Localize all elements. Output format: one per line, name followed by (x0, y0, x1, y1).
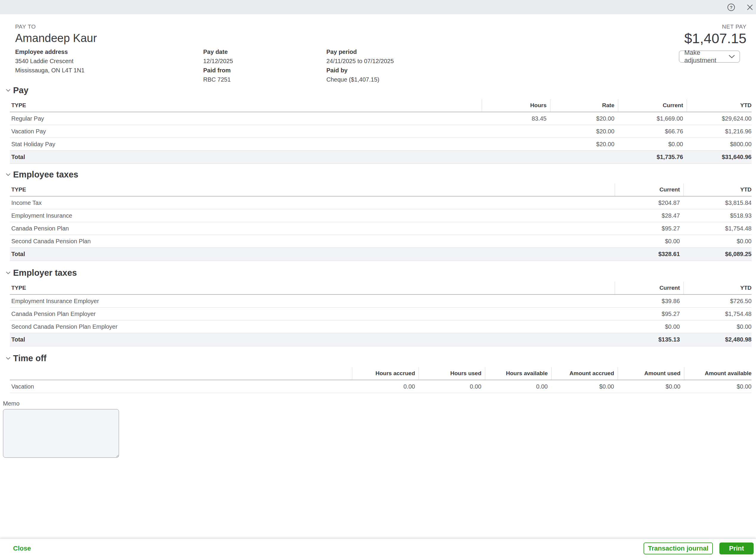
column-header: TYPE (10, 99, 482, 112)
cell: $3,815.84 (683, 200, 752, 206)
cell: $204.87 (615, 200, 683, 206)
cell: $66.76 (618, 128, 687, 135)
column-header: YTD (683, 282, 752, 294)
time-off-section-toggle[interactable]: Time off (6, 353, 756, 363)
help-glyph: ? (730, 5, 732, 10)
cell: Second Canada Pension Plan Employer (10, 323, 615, 330)
pay-date-value: 12/12/2025 (203, 56, 326, 66)
employee-address-line2: Mississauga, ON L4T 1N1 (15, 66, 203, 75)
paid-by-label: Paid by (326, 66, 745, 75)
table-row: Canada Pension Plan$95.27$1,754.48 (10, 222, 752, 235)
section-title: Employer taxes (13, 268, 77, 278)
section-title: Employee taxes (13, 169, 78, 180)
transaction-journal-button[interactable]: Transaction journal (644, 542, 713, 554)
paycheque-detail-page: ? PAY TO Amandeep Kaur NET PAY $1,407.15… (0, 0, 756, 558)
cell: $328.61 (615, 251, 683, 258)
net-pay-label: NET PAY (684, 23, 747, 31)
pay-section-toggle[interactable]: Pay (6, 85, 756, 96)
cell: $0.00 (615, 323, 683, 330)
net-pay-value: $1,407.15 (684, 31, 747, 46)
close-icon[interactable] (747, 4, 753, 10)
cell: $20.00 (550, 141, 618, 148)
cell: $800.00 (687, 141, 752, 148)
paid-from-value: RBC 7251 (203, 75, 326, 84)
memo-textarea[interactable] (3, 409, 119, 458)
employee-address-block: Employee address 3540 Laddie Crescent Mi… (15, 47, 203, 84)
table-total-row: Total$135.13$2,480.98 (10, 333, 752, 346)
table-row: Income Tax$204.87$3,815.84 (10, 197, 752, 209)
cell: 83.45 (482, 115, 550, 122)
cell: 0.00 (485, 383, 551, 390)
column-header: Hours available (485, 367, 551, 380)
cell: $20.00 (550, 128, 618, 135)
paid-from-label: Paid from (203, 66, 326, 75)
cell: $0.00 (618, 383, 684, 390)
chevron-down-icon (729, 55, 735, 58)
cell: $726.50 (683, 298, 752, 305)
chevron-down-icon (6, 89, 10, 92)
table-header-row: TYPECurrentYTD (10, 183, 752, 197)
header-row: PAY TO Amandeep Kaur NET PAY $1,407.15 (15, 23, 747, 46)
pay-table: TYPEHoursRateCurrentYTDRegular Pay83.45$… (10, 99, 752, 164)
cell: 0.00 (352, 383, 418, 390)
employer-taxes-table: TYPECurrentYTDEmployment Insurance Emplo… (10, 282, 752, 346)
memo-label: Memo (3, 400, 756, 407)
time-off-table: Hours accruedHours usedHours availableAm… (10, 367, 752, 393)
column-header: TYPE (10, 282, 615, 294)
cell: Vacation Pay (10, 128, 482, 135)
cell: $0.00 (551, 383, 618, 390)
cell: $0.00 (683, 323, 752, 330)
table-row: Second Canada Pension Plan$0.00$0.00 (10, 235, 752, 248)
employer-taxes-section-toggle[interactable]: Employer taxes (6, 268, 756, 278)
table-row: Vacation0.000.000.00$0.00$0.00$0.00 (10, 380, 752, 393)
time-off-section: Time off Hours accruedHours usedHours av… (0, 353, 756, 393)
cell: Stat Holiday Pay (10, 141, 482, 148)
cell: Total (10, 251, 615, 258)
column-header: YTD (687, 99, 752, 112)
cell: $1,669.00 (618, 115, 687, 122)
table-row: Canada Pension Plan Employer$95.27$1,754… (10, 308, 752, 321)
cell: Second Canada Pension Plan (10, 238, 615, 245)
footer-actions: Transaction journal Print (644, 542, 756, 554)
employee-taxes-section: Employee taxes TYPECurrentYTDIncome Tax$… (0, 169, 756, 261)
cell: $0.00 (618, 141, 687, 148)
chevron-down-icon (6, 272, 10, 274)
cell: Regular Pay (10, 115, 482, 122)
table-row: Employment Insurance$28.47$518.93 (10, 209, 752, 222)
cell: $1,735.76 (618, 154, 687, 160)
chevron-down-icon (6, 357, 10, 360)
cell: $29,624.00 (687, 115, 752, 122)
cell: Employment Insurance Employer (10, 298, 615, 305)
cell: 0.00 (418, 383, 485, 390)
pay-to-label: PAY TO (15, 23, 97, 31)
payment-info-row: Employee address 3540 Laddie Crescent Mi… (15, 47, 745, 84)
print-button[interactable]: Print (720, 542, 754, 554)
table-header-row: TYPECurrentYTD (10, 282, 752, 295)
memo-block: Memo (3, 400, 756, 459)
close-button[interactable]: Close (13, 544, 31, 552)
employee-taxes-section-toggle[interactable]: Employee taxes (6, 169, 756, 180)
table-header-row: Hours accruedHours usedHours availableAm… (10, 367, 752, 380)
cell: $31,640.96 (687, 154, 752, 160)
cell: $1,754.48 (683, 225, 752, 232)
table-row: Employment Insurance Employer$39.86$726.… (10, 295, 752, 308)
pay-date-block: Pay date 12/12/2025 Paid from RBC 7251 (203, 47, 326, 84)
help-icon[interactable]: ? (727, 4, 735, 11)
employee-address-line1: 3540 Laddie Crescent (15, 56, 203, 66)
cell: $28.47 (615, 212, 683, 219)
column-header: Current (615, 282, 683, 294)
column-header: YTD (683, 183, 752, 196)
cell: Total (10, 336, 615, 343)
column-header: Rate (550, 99, 618, 112)
chevron-down-icon (6, 173, 10, 176)
column-header: Current (615, 183, 683, 196)
table-row: Regular Pay83.45$20.00$1,669.00$29,624.0… (10, 112, 752, 125)
make-adjustment-label: Make adjustment (684, 49, 729, 64)
cell: $1,216.96 (687, 128, 752, 135)
pay-section: Pay TYPEHoursRateCurrentYTDRegular Pay83… (0, 85, 756, 164)
employer-taxes-section: Employer taxes TYPECurrentYTDEmployment … (0, 268, 756, 346)
cell: Canada Pension Plan Employer (10, 310, 615, 318)
cell: $0.00 (615, 238, 683, 245)
make-adjustment-dropdown[interactable]: Make adjustment (679, 51, 740, 62)
column-header: Amount used (618, 367, 684, 380)
